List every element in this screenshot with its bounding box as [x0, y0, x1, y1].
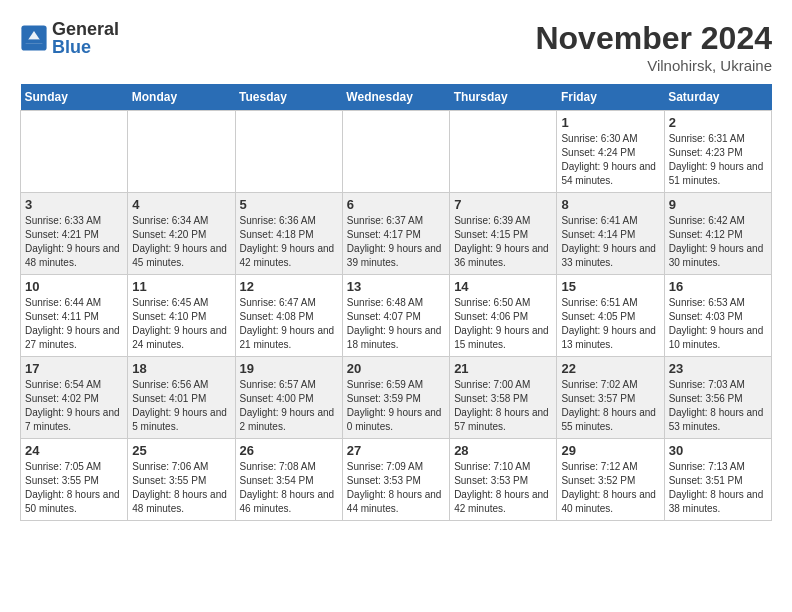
calendar-day-cell: 17Sunrise: 6:54 AM Sunset: 4:02 PM Dayli… — [21, 357, 128, 439]
calendar-day-cell: 8Sunrise: 6:41 AM Sunset: 4:14 PM Daylig… — [557, 193, 664, 275]
calendar-day-cell: 3Sunrise: 6:33 AM Sunset: 4:21 PM Daylig… — [21, 193, 128, 275]
calendar-header: SundayMondayTuesdayWednesdayThursdayFrid… — [21, 84, 772, 111]
day-number: 9 — [669, 197, 767, 212]
header-day: Saturday — [664, 84, 771, 111]
day-number: 2 — [669, 115, 767, 130]
calendar-day-cell: 23Sunrise: 7:03 AM Sunset: 3:56 PM Dayli… — [664, 357, 771, 439]
calendar-week-row: 17Sunrise: 6:54 AM Sunset: 4:02 PM Dayli… — [21, 357, 772, 439]
svg-rect-2 — [26, 39, 43, 43]
day-number: 23 — [669, 361, 767, 376]
day-number: 8 — [561, 197, 659, 212]
calendar-day-cell — [235, 111, 342, 193]
day-number: 29 — [561, 443, 659, 458]
day-info: Sunrise: 6:30 AM Sunset: 4:24 PM Dayligh… — [561, 132, 659, 188]
logo: General Blue — [20, 20, 119, 56]
day-info: Sunrise: 6:44 AM Sunset: 4:11 PM Dayligh… — [25, 296, 123, 352]
calendar-day-cell: 14Sunrise: 6:50 AM Sunset: 4:06 PM Dayli… — [450, 275, 557, 357]
day-number: 22 — [561, 361, 659, 376]
calendar-week-row: 24Sunrise: 7:05 AM Sunset: 3:55 PM Dayli… — [21, 439, 772, 521]
logo-text: General Blue — [52, 20, 119, 56]
day-number: 3 — [25, 197, 123, 212]
day-info: Sunrise: 7:08 AM Sunset: 3:54 PM Dayligh… — [240, 460, 338, 516]
calendar-day-cell: 30Sunrise: 7:13 AM Sunset: 3:51 PM Dayli… — [664, 439, 771, 521]
day-info: Sunrise: 7:06 AM Sunset: 3:55 PM Dayligh… — [132, 460, 230, 516]
calendar-day-cell — [21, 111, 128, 193]
calendar-body: 1Sunrise: 6:30 AM Sunset: 4:24 PM Daylig… — [21, 111, 772, 521]
calendar-week-row: 3Sunrise: 6:33 AM Sunset: 4:21 PM Daylig… — [21, 193, 772, 275]
day-number: 20 — [347, 361, 445, 376]
calendar-day-cell: 1Sunrise: 6:30 AM Sunset: 4:24 PM Daylig… — [557, 111, 664, 193]
calendar-day-cell: 11Sunrise: 6:45 AM Sunset: 4:10 PM Dayli… — [128, 275, 235, 357]
day-number: 24 — [25, 443, 123, 458]
day-number: 15 — [561, 279, 659, 294]
day-number: 4 — [132, 197, 230, 212]
calendar-day-cell: 21Sunrise: 7:00 AM Sunset: 3:58 PM Dayli… — [450, 357, 557, 439]
day-info: Sunrise: 6:34 AM Sunset: 4:20 PM Dayligh… — [132, 214, 230, 270]
day-info: Sunrise: 6:57 AM Sunset: 4:00 PM Dayligh… — [240, 378, 338, 434]
day-info: Sunrise: 7:02 AM Sunset: 3:57 PM Dayligh… — [561, 378, 659, 434]
calendar-day-cell: 25Sunrise: 7:06 AM Sunset: 3:55 PM Dayli… — [128, 439, 235, 521]
header-day: Friday — [557, 84, 664, 111]
day-info: Sunrise: 6:48 AM Sunset: 4:07 PM Dayligh… — [347, 296, 445, 352]
day-number: 27 — [347, 443, 445, 458]
day-number: 18 — [132, 361, 230, 376]
calendar-day-cell: 9Sunrise: 6:42 AM Sunset: 4:12 PM Daylig… — [664, 193, 771, 275]
day-number: 17 — [25, 361, 123, 376]
calendar-day-cell: 26Sunrise: 7:08 AM Sunset: 3:54 PM Dayli… — [235, 439, 342, 521]
calendar-day-cell: 20Sunrise: 6:59 AM Sunset: 3:59 PM Dayli… — [342, 357, 449, 439]
calendar-week-row: 1Sunrise: 6:30 AM Sunset: 4:24 PM Daylig… — [21, 111, 772, 193]
header-day: Thursday — [450, 84, 557, 111]
logo-blue: Blue — [52, 38, 119, 56]
calendar-day-cell: 13Sunrise: 6:48 AM Sunset: 4:07 PM Dayli… — [342, 275, 449, 357]
day-info: Sunrise: 6:47 AM Sunset: 4:08 PM Dayligh… — [240, 296, 338, 352]
day-number: 28 — [454, 443, 552, 458]
calendar-week-row: 10Sunrise: 6:44 AM Sunset: 4:11 PM Dayli… — [21, 275, 772, 357]
calendar-day-cell: 22Sunrise: 7:02 AM Sunset: 3:57 PM Dayli… — [557, 357, 664, 439]
header: General Blue November 2024 Vilnohirsk, U… — [20, 20, 772, 74]
header-day: Sunday — [21, 84, 128, 111]
day-info: Sunrise: 6:31 AM Sunset: 4:23 PM Dayligh… — [669, 132, 767, 188]
day-info: Sunrise: 7:05 AM Sunset: 3:55 PM Dayligh… — [25, 460, 123, 516]
logo-general: General — [52, 20, 119, 38]
day-number: 12 — [240, 279, 338, 294]
calendar-day-cell: 10Sunrise: 6:44 AM Sunset: 4:11 PM Dayli… — [21, 275, 128, 357]
day-info: Sunrise: 6:50 AM Sunset: 4:06 PM Dayligh… — [454, 296, 552, 352]
day-info: Sunrise: 7:13 AM Sunset: 3:51 PM Dayligh… — [669, 460, 767, 516]
calendar-day-cell: 29Sunrise: 7:12 AM Sunset: 3:52 PM Dayli… — [557, 439, 664, 521]
calendar-day-cell: 28Sunrise: 7:10 AM Sunset: 3:53 PM Dayli… — [450, 439, 557, 521]
calendar-day-cell: 2Sunrise: 6:31 AM Sunset: 4:23 PM Daylig… — [664, 111, 771, 193]
day-info: Sunrise: 7:09 AM Sunset: 3:53 PM Dayligh… — [347, 460, 445, 516]
day-info: Sunrise: 6:45 AM Sunset: 4:10 PM Dayligh… — [132, 296, 230, 352]
header-day: Tuesday — [235, 84, 342, 111]
day-number: 14 — [454, 279, 552, 294]
calendar-day-cell: 7Sunrise: 6:39 AM Sunset: 4:15 PM Daylig… — [450, 193, 557, 275]
calendar-table: SundayMondayTuesdayWednesdayThursdayFrid… — [20, 84, 772, 521]
day-info: Sunrise: 7:12 AM Sunset: 3:52 PM Dayligh… — [561, 460, 659, 516]
header-row: SundayMondayTuesdayWednesdayThursdayFrid… — [21, 84, 772, 111]
calendar-day-cell — [450, 111, 557, 193]
calendar-day-cell — [342, 111, 449, 193]
calendar-day-cell: 27Sunrise: 7:09 AM Sunset: 3:53 PM Dayli… — [342, 439, 449, 521]
day-number: 6 — [347, 197, 445, 212]
calendar-day-cell: 18Sunrise: 6:56 AM Sunset: 4:01 PM Dayli… — [128, 357, 235, 439]
calendar-day-cell: 12Sunrise: 6:47 AM Sunset: 4:08 PM Dayli… — [235, 275, 342, 357]
day-number: 11 — [132, 279, 230, 294]
header-day: Wednesday — [342, 84, 449, 111]
calendar-day-cell: 19Sunrise: 6:57 AM Sunset: 4:00 PM Dayli… — [235, 357, 342, 439]
day-info: Sunrise: 7:00 AM Sunset: 3:58 PM Dayligh… — [454, 378, 552, 434]
calendar-day-cell: 5Sunrise: 6:36 AM Sunset: 4:18 PM Daylig… — [235, 193, 342, 275]
calendar-day-cell: 6Sunrise: 6:37 AM Sunset: 4:17 PM Daylig… — [342, 193, 449, 275]
day-number: 21 — [454, 361, 552, 376]
calendar-day-cell — [128, 111, 235, 193]
day-info: Sunrise: 6:59 AM Sunset: 3:59 PM Dayligh… — [347, 378, 445, 434]
calendar-day-cell: 15Sunrise: 6:51 AM Sunset: 4:05 PM Dayli… — [557, 275, 664, 357]
title-area: November 2024 Vilnohirsk, Ukraine — [535, 20, 772, 74]
day-number: 26 — [240, 443, 338, 458]
day-number: 30 — [669, 443, 767, 458]
logo-icon — [20, 24, 48, 52]
month-title: November 2024 — [535, 20, 772, 57]
calendar-day-cell: 16Sunrise: 6:53 AM Sunset: 4:03 PM Dayli… — [664, 275, 771, 357]
day-number: 5 — [240, 197, 338, 212]
day-info: Sunrise: 6:33 AM Sunset: 4:21 PM Dayligh… — [25, 214, 123, 270]
day-info: Sunrise: 6:36 AM Sunset: 4:18 PM Dayligh… — [240, 214, 338, 270]
